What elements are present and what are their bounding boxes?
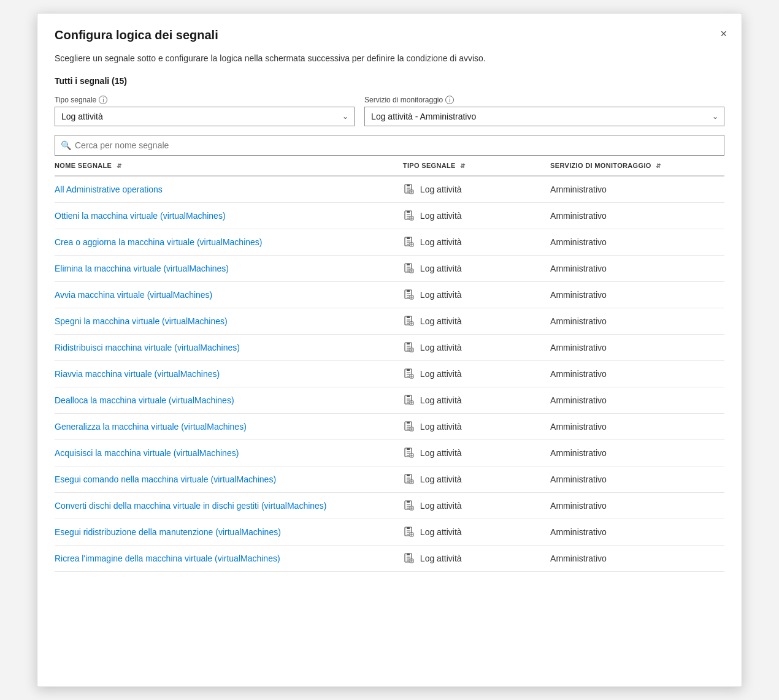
signal-name-link[interactable]: Ridistribuisci macchina virtuale (virtua… — [55, 343, 240, 352]
signal-type-cell: Log attività — [403, 368, 543, 380]
col-header-tipo-segnale[interactable]: TIPO SEGNALE ⇵ — [403, 156, 550, 176]
signal-servizio-text: Amministrativo — [550, 256, 724, 282]
signal-servizio-text: Amministrativo — [550, 176, 724, 203]
svg-rect-49 — [407, 343, 410, 344]
servizio-monitoraggio-label: Servizio di monitoraggio i — [364, 96, 724, 104]
signal-type-cell: Log attività — [403, 289, 543, 301]
signal-type-text: Log attività — [420, 474, 462, 484]
svg-rect-105 — [407, 527, 410, 529]
signal-name-link[interactable]: Ottieni la macchina virtuale (virtualMac… — [55, 211, 226, 221]
signal-type-text: Log attività — [420, 422, 462, 432]
svg-rect-25 — [407, 264, 410, 265]
signal-type-text: Log attività — [420, 237, 462, 247]
tipo-segnale-select[interactable]: Log attività Metrica Log — [55, 107, 355, 126]
search-input[interactable] — [55, 135, 724, 156]
log-activity-icon — [403, 500, 415, 512]
dialog-description: Scegliere un segnale sotto e configurare… — [55, 52, 724, 65]
signal-servizio-text: Amministrativo — [550, 335, 724, 361]
servizio-monitoraggio-select[interactable]: Log attività - Amministrativo Log attivi… — [364, 107, 724, 126]
servizio-monitoraggio-select-wrapper: Log attività - Amministrativo Log attivi… — [364, 107, 724, 126]
table-row: Ricrea l'immagine della macchina virtual… — [55, 546, 724, 572]
signals-table-container: NOME SEGNALE ⇵ TIPO SEGNALE ⇵ SERVIZIO D… — [55, 156, 724, 572]
signal-type-cell: Log attività — [403, 341, 543, 354]
svg-rect-65 — [407, 395, 410, 397]
signal-name-link[interactable]: Esegui ridistribuzione della manutenzion… — [55, 527, 281, 537]
signal-type-cell: Log attività — [403, 394, 543, 406]
signal-name-link[interactable]: Crea o aggiorna la macchina virtuale (vi… — [55, 237, 263, 247]
signal-type-cell: Log attività — [403, 473, 543, 485]
signal-type-text: Log attività — [420, 448, 462, 458]
signal-name-link[interactable]: Elimina la macchina virtuale (virtualMac… — [55, 264, 229, 273]
signal-type-cell: Log attività — [403, 236, 543, 248]
log-activity-icon — [403, 289, 415, 301]
signal-name-link[interactable]: Ricrea l'immagine della macchina virtual… — [55, 554, 280, 563]
signal-name-link[interactable]: All Administrative operations — [55, 185, 163, 194]
signal-servizio-text: Amministrativo — [550, 308, 724, 335]
signal-servizio-text: Amministrativo — [550, 414, 724, 440]
servizio-info-icon: i — [445, 96, 454, 104]
signals-table: NOME SEGNALE ⇵ TIPO SEGNALE ⇵ SERVIZIO D… — [55, 156, 724, 572]
table-header-row: NOME SEGNALE ⇵ TIPO SEGNALE ⇵ SERVIZIO D… — [55, 156, 724, 176]
log-activity-icon — [403, 183, 415, 196]
signal-servizio-text: Amministrativo — [550, 546, 724, 572]
table-row: Elimina la macchina virtuale (virtualMac… — [55, 256, 724, 282]
signal-name-link[interactable]: Converti dischi della macchina virtuale … — [55, 501, 327, 511]
svg-rect-81 — [407, 448, 410, 450]
table-row: Esegui comando nella macchina virtuale (… — [55, 466, 724, 493]
table-row: Ridistribuisci macchina virtuale (virtua… — [55, 335, 724, 361]
signal-name-link[interactable]: Riavvia macchina virtuale (virtualMachin… — [55, 369, 220, 379]
table-row: Esegui ridistribuzione della manutenzion… — [55, 519, 724, 546]
table-body: All Administrative operations Log attivi… — [55, 176, 724, 572]
signal-type-text: Log attività — [420, 290, 462, 300]
signal-name-link[interactable]: Avvia macchina virtuale (virtualMachines… — [55, 290, 212, 300]
svg-rect-9 — [407, 211, 410, 213]
svg-rect-57 — [407, 369, 410, 371]
signal-type-cell: Log attività — [403, 552, 543, 565]
signal-type-text: Log attività — [420, 527, 462, 537]
svg-rect-33 — [407, 290, 410, 292]
signal-type-text: Log attività — [420, 395, 462, 405]
tipo-segnale-select-wrapper: Log attività Metrica Log ⌄ — [55, 107, 355, 126]
signal-name-link[interactable]: Generalizza la macchina virtuale (virtua… — [55, 422, 247, 432]
signal-servizio-text: Amministrativo — [550, 440, 724, 466]
svg-rect-73 — [407, 422, 410, 424]
log-activity-icon — [403, 341, 415, 354]
signal-type-text: Log attività — [420, 369, 462, 379]
signal-type-cell: Log attività — [403, 447, 543, 459]
dialog-title: Configura logica dei segnali — [55, 28, 724, 42]
log-activity-icon — [403, 315, 415, 327]
table-row: Dealloca la macchina virtuale (virtualMa… — [55, 387, 724, 414]
table-row: Riavvia macchina virtuale (virtualMachin… — [55, 361, 724, 387]
table-row: Avvia macchina virtuale (virtualMachines… — [55, 282, 724, 308]
signal-type-text: Log attività — [420, 316, 462, 326]
signal-name-link[interactable]: Dealloca la macchina virtuale (virtualMa… — [55, 395, 234, 405]
signal-name-link[interactable]: Spegni la macchina virtuale (virtualMach… — [55, 316, 228, 326]
log-activity-icon — [403, 420, 415, 433]
col-header-servizio-monitoraggio[interactable]: SERVIZIO DI MONITORAGGIO ⇵ — [550, 156, 724, 176]
section-title: Tutti i segnali (15) — [55, 76, 724, 86]
table-row: Spegni la macchina virtuale (virtualMach… — [55, 308, 724, 335]
filters-row: Tipo segnale i Log attività Metrica Log … — [55, 96, 724, 126]
signal-servizio-text: Amministrativo — [550, 493, 724, 519]
log-activity-icon — [403, 447, 415, 459]
svg-rect-89 — [407, 474, 410, 476]
signal-servizio-text: Amministrativo — [550, 203, 724, 229]
close-button[interactable]: × — [718, 26, 729, 42]
signal-type-cell: Log attività — [403, 526, 543, 538]
svg-rect-41 — [407, 316, 410, 318]
table-row: All Administrative operations Log attivi… — [55, 176, 724, 203]
log-activity-icon — [403, 262, 415, 275]
signal-type-text: Log attività — [420, 501, 462, 511]
signal-type-text: Log attività — [420, 343, 462, 352]
log-activity-icon — [403, 368, 415, 380]
col-header-nome-segnale[interactable]: NOME SEGNALE ⇵ — [55, 156, 403, 176]
signal-name-link[interactable]: Esegui comando nella macchina virtuale (… — [55, 474, 276, 484]
signal-type-cell: Log attività — [403, 315, 543, 327]
signal-type-text: Log attività — [420, 554, 462, 563]
tipo-segnale-group: Tipo segnale i Log attività Metrica Log … — [55, 96, 355, 126]
table-row: Acquisisci la macchina virtuale (virtual… — [55, 440, 724, 466]
log-activity-icon — [403, 526, 415, 538]
signal-name-link[interactable]: Acquisisci la macchina virtuale (virtual… — [55, 448, 239, 458]
search-wrapper: 🔍 — [55, 135, 724, 156]
svg-rect-113 — [407, 554, 410, 555]
